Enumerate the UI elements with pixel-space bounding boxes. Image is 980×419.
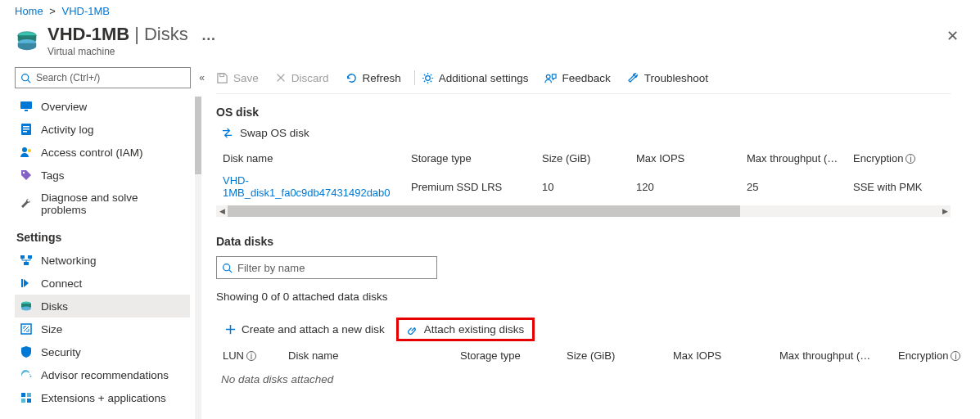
sidebar-item-label: Activity log	[41, 124, 94, 136]
sidebar-item-overview[interactable]: Overview	[15, 95, 190, 118]
sidebar-scrollbar[interactable]	[195, 97, 201, 419]
additional-settings-button[interactable]: Additional settings	[422, 72, 529, 84]
swap-os-disk-button[interactable]: Swap OS disk	[221, 127, 980, 139]
save-icon	[216, 72, 228, 84]
col-disk-name[interactable]: Disk name	[216, 147, 404, 169]
troubleshoot-button[interactable]: Troubleshoot	[627, 72, 708, 84]
sidebar-item-diagnose[interactable]: Diagnose and solve problems	[15, 187, 190, 221]
info-icon[interactable]: i	[951, 351, 960, 361]
svg-rect-6	[25, 110, 28, 111]
col-dd-size[interactable]: Size (GiB)	[560, 345, 666, 367]
svg-point-19	[21, 307, 31, 311]
plus-icon	[224, 323, 237, 336]
breadcrumb-home[interactable]: Home	[15, 5, 43, 17]
create-attach-disk-button[interactable]: Create and attach a new disk	[216, 320, 393, 339]
sidebar-item-label: Disks	[41, 300, 68, 313]
os-disk-table: Disk name Storage type Size (GiB) Max IO…	[216, 147, 953, 204]
os-disk-name-link[interactable]: VHD-1MB_disk1_fa0c9db47431492dab0	[216, 169, 404, 204]
connect-icon	[20, 277, 33, 290]
gear-icon	[422, 72, 434, 84]
nav-list-top: Overview Activity log Access control (IA…	[15, 95, 205, 221]
sidebar-item-security[interactable]: Security	[15, 340, 190, 363]
network-icon	[20, 254, 33, 267]
scroll-left-icon[interactable]: ◀	[216, 205, 228, 217]
sidebar-item-access-control[interactable]: Access control (IAM)	[15, 141, 190, 164]
svg-rect-9	[23, 128, 29, 130]
extensions-icon	[20, 391, 33, 404]
col-max-throughput[interactable]: Max throughput (…	[740, 147, 847, 169]
breadcrumb-current[interactable]: VHD-1MB	[62, 5, 111, 17]
col-dd-name[interactable]: Disk name	[282, 345, 454, 367]
toolbar-separator	[414, 70, 415, 85]
search-icon	[20, 73, 31, 83]
sidebar-item-label: Tags	[41, 169, 65, 182]
os-disk-hscrollbar[interactable]: ◀ ▶	[216, 205, 951, 217]
sidebar-item-label: Advisor recommendations	[41, 369, 169, 381]
disk-resource-icon	[15, 27, 39, 52]
filter-by-name-input[interactable]: Filter by name	[216, 256, 437, 279]
close-button[interactable]: ✕	[946, 27, 959, 45]
svg-rect-10	[23, 131, 27, 133]
discard-button[interactable]: Discard	[275, 72, 329, 84]
sidebar-item-extensions[interactable]: Extensions + applications	[15, 386, 190, 409]
svg-point-13	[23, 172, 25, 173]
os-disk-size: 10	[535, 169, 630, 204]
sidebar-item-label: Security	[41, 346, 81, 358]
showing-count-label: Showing 0 of 0 attached data disks	[216, 291, 980, 303]
svg-rect-5	[20, 101, 32, 109]
feedback-label: Feedback	[562, 72, 610, 84]
sidebar-item-label: Size	[41, 323, 62, 336]
sidebar-item-advisor[interactable]: Advisor recommendations	[15, 363, 190, 386]
info-icon[interactable]: i	[905, 154, 915, 164]
discard-icon	[275, 72, 287, 83]
sidebar-item-label: Connect	[41, 277, 82, 290]
feedback-button[interactable]: Feedback	[544, 72, 610, 84]
attach-existing-disks-button[interactable]: Attach existing disks	[396, 318, 535, 341]
col-dd-iops[interactable]: Max IOPS	[666, 345, 773, 367]
scroll-right-icon[interactable]: ▶	[939, 205, 951, 217]
col-lun[interactable]: LUNi	[216, 345, 282, 367]
svg-point-26	[426, 75, 431, 80]
sidebar-item-label: Diagnose and solve problems	[41, 191, 185, 216]
sidebar-search-input[interactable]: Search (Ctrl+/)	[15, 67, 191, 88]
svg-point-12	[28, 149, 31, 152]
col-dd-throughput[interactable]: Max throughput (…	[773, 345, 892, 367]
sidebar-item-size[interactable]: Size	[15, 318, 190, 340]
col-dd-encryption[interactable]: Encryptioni	[892, 345, 980, 367]
save-button[interactable]: Save	[216, 72, 259, 84]
sidebar-item-networking[interactable]: Networking	[15, 249, 190, 272]
col-dd-storage[interactable]: Storage type	[454, 345, 560, 367]
svg-point-3	[22, 74, 29, 80]
troubleshoot-label: Troubleshoot	[644, 72, 708, 84]
sidebar-item-connect[interactable]: Connect	[15, 272, 190, 295]
col-storage-type[interactable]: Storage type	[404, 147, 535, 169]
sidebar-section-settings: Settings	[15, 221, 205, 249]
sidebar-item-activity-log[interactable]: Activity log	[15, 118, 190, 141]
svg-rect-23	[21, 399, 25, 403]
more-actions-button[interactable]: …	[201, 27, 216, 44]
size-icon	[20, 322, 33, 336]
troubleshoot-icon	[627, 72, 639, 84]
col-size[interactable]: Size (GiB)	[535, 147, 630, 169]
create-attach-label: Create and attach a new disk	[242, 323, 385, 336]
sidebar-item-disks[interactable]: Disks	[15, 295, 190, 318]
info-icon[interactable]: i	[246, 351, 256, 361]
os-disk-heading: OS disk	[216, 106, 980, 119]
monitor-icon	[20, 100, 33, 113]
col-encryption[interactable]: Encryptioni	[847, 147, 953, 169]
nav-list-settings: Networking Connect Disks Size Security A…	[15, 249, 205, 409]
refresh-button[interactable]: Refresh	[345, 72, 401, 84]
section-name: Disks	[144, 24, 188, 45]
sidebar-item-tags[interactable]: Tags	[15, 164, 190, 187]
os-disk-throughput: 25	[740, 169, 847, 204]
discard-label: Discard	[291, 72, 329, 84]
svg-rect-15	[28, 255, 32, 259]
svg-point-11	[22, 147, 27, 152]
os-disk-iops: 120	[630, 169, 740, 204]
collapse-sidebar-button[interactable]: «	[199, 72, 205, 83]
col-max-iops[interactable]: Max IOPS	[630, 147, 740, 169]
feedback-icon	[544, 72, 557, 84]
toolbar: Save Discard Refresh Additional settings…	[216, 67, 951, 94]
svg-line-29	[229, 269, 232, 272]
attach-existing-label: Attach existing disks	[424, 323, 524, 336]
